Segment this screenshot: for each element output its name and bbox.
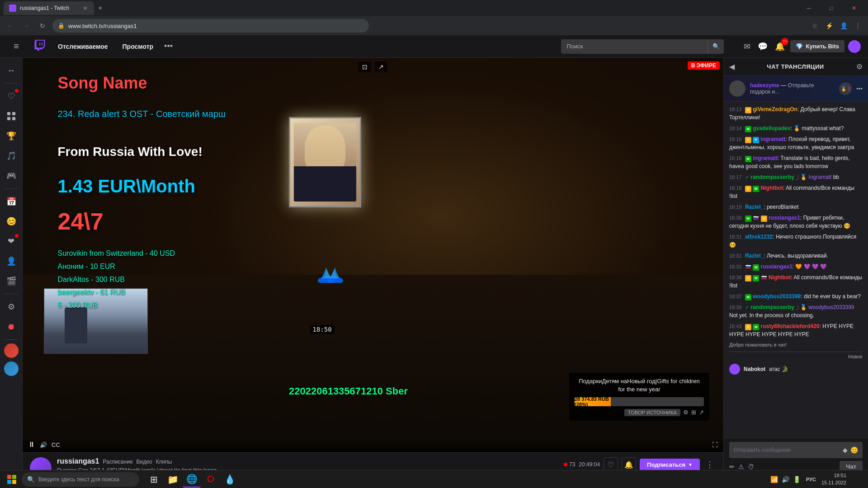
taskbar-icon-files[interactable]: 📁	[164, 471, 182, 488]
donation-title: ПодаркиДетям наНовый год|Gifts for child…	[575, 377, 704, 394]
refresh-btn[interactable]: ↻	[36, 19, 49, 32]
url-text: www.twitch.tv/russiangas1	[68, 23, 137, 29]
viewer-dot	[564, 463, 567, 466]
close-btn[interactable]: ✕	[844, 0, 864, 16]
chat-settings-btn[interactable]: ⚙	[856, 62, 863, 71]
taskbar-icon-steam[interactable]: 💧	[221, 471, 239, 488]
chat-points-icon[interactable]: ◆	[843, 446, 848, 454]
search-input[interactable]: Поиск	[561, 39, 708, 54]
taskbar-icons: ⊞ 📁 🌐 O 💧	[145, 471, 239, 488]
taskbar-search-icon: 🔍	[27, 476, 35, 483]
tab-close-btn[interactable]: ✕	[81, 5, 89, 12]
subscribe-btn[interactable]: Подписаться ▼	[640, 459, 700, 471]
notification-icon[interactable]: 🔔 7+	[773, 40, 787, 53]
taskbar-icon-edge[interactable]: 🌐	[183, 471, 201, 488]
new-tab-btn[interactable]: +	[94, 2, 107, 14]
chat-time-icon[interactable]: ⏱	[748, 463, 754, 470]
extension-icon[interactable]: ⚡	[823, 19, 835, 32]
sys-volume-icon[interactable]: 🔊	[782, 476, 789, 483]
sidebar-icon-games[interactable]: 🎮	[2, 167, 20, 185]
captions-btn[interactable]: CC	[52, 441, 60, 448]
theater-btn[interactable]: ↗	[375, 61, 387, 72]
taskbar-language[interactable]: РУС	[806, 477, 816, 482]
source-btn[interactable]: TOBOP ИСТОЧНИКА	[624, 409, 680, 416]
chat-emote-icon[interactable]: 😊	[850, 446, 858, 454]
pip-btn[interactable]: ⊡	[359, 61, 371, 72]
sidebar-icon-music[interactable]: 🎵	[2, 147, 20, 165]
sidebar-icon-collapse[interactable]: ↔	[2, 61, 20, 80]
back-btn[interactable]: ←	[4, 19, 16, 32]
left-sidebar: ↔ ♡ 🏆 🎵 🎮 📅 😊 ❤ 👤 🎬 ⚙ ⏺	[0, 58, 23, 488]
more-options-btn[interactable]: ⋮	[703, 458, 716, 471]
sidebar-divider-2	[5, 188, 18, 189]
donor-4: beergeektv - 61 RUB	[58, 286, 175, 299]
taskbar-search[interactable]: 🔍 Введите здесь текст для поиска	[22, 472, 139, 487]
sidebar-avatar-1[interactable]	[4, 343, 19, 358]
donor-1: Surovikin from Switzerland - 40 USD	[58, 247, 175, 260]
donation-bar-fill: 28 374.83 RUB (28%)	[575, 397, 611, 406]
nav-browse[interactable]: Просмотр	[119, 41, 157, 52]
chat-message-13: 18:37 M woodybus2033399: did he ever buy…	[729, 292, 863, 300]
twitch-logo	[34, 40, 45, 53]
chat-input-box[interactable]: Отправить сообщение ◆ 😊	[729, 442, 863, 458]
windows-icon	[7, 475, 16, 484]
user-avatar[interactable]	[848, 40, 861, 53]
sidebar-divider-4	[5, 339, 18, 340]
sidebar-icon-schedule[interactable]: 📅	[2, 192, 20, 211]
settings-dots-icon[interactable]: ⋮	[852, 19, 864, 32]
maximize-btn[interactable]: □	[821, 0, 842, 16]
taskbar: 🔍 Введите здесь текст для поиска ⊞ 📁 🌐 O…	[0, 470, 868, 488]
show-desktop-btn[interactable]	[852, 473, 864, 486]
stream-time: 20:49:04	[579, 461, 600, 468]
search-btn[interactable]: 🔍	[708, 39, 724, 54]
sidebar-toggle-btn[interactable]: ≡	[7, 38, 25, 56]
donation-share-icon[interactable]: ↗	[699, 409, 704, 416]
sidebar-icon-browse[interactable]	[2, 107, 20, 125]
sidebar-icon-esports[interactable]: 🏆	[2, 127, 20, 145]
chat-pencil-icon[interactable]: ✏	[729, 463, 735, 470]
streamer-name[interactable]: russiangas1	[57, 457, 99, 465]
sidebar-icon-settings[interactable]: ⚙	[2, 298, 20, 316]
taskbar-icon-tasks[interactable]: ⊞	[145, 471, 163, 488]
play-pause-btn[interactable]: ⏸	[28, 441, 35, 449]
donation-copy-icon[interactable]: ⊞	[691, 409, 696, 416]
sidebar-icon-video[interactable]: 🎬	[2, 272, 20, 290]
donation-settings-icon[interactable]: ⚙	[683, 409, 689, 416]
bits-btn[interactable]: 💎 Купить Bits	[790, 40, 844, 52]
live-badge: В ЭФИРЕ	[688, 61, 720, 70]
video-player[interactable]: 18:50 Song Name 234. Reda alert 3 OST - …	[23, 58, 723, 452]
volume-icon[interactable]: 🔊	[40, 441, 47, 448]
clips-link[interactable]: Клипы	[156, 459, 172, 465]
nav-more-btn[interactable]: •••	[164, 42, 173, 51]
tab-favicon	[9, 5, 16, 12]
start-btn[interactable]	[4, 471, 20, 488]
badge-mod: M	[745, 126, 751, 132]
active-tab[interactable]: russiangas1 - Twitch ✕	[4, 1, 94, 15]
bottom-user-badge: атас 🐊	[769, 366, 788, 372]
taskbar-icon-opera[interactable]: O	[202, 471, 220, 488]
sidebar-icon-record[interactable]: ⏺	[2, 318, 20, 336]
bookmark-icon[interactable]: ☆	[808, 19, 821, 32]
schedule-link[interactable]: Расписание	[103, 459, 132, 465]
chat-collapse-btn[interactable]: ◀	[729, 62, 735, 71]
minimize-btn[interactable]: ─	[798, 0, 819, 16]
sidebar-icon-heart[interactable]: ❤	[2, 232, 20, 250]
inbox-icon[interactable]: ✉	[742, 40, 752, 53]
video-link[interactable]: Видео	[137, 459, 152, 465]
sys-battery-icon[interactable]: 🔋	[793, 476, 801, 483]
fullscreen-btn[interactable]: ⛶	[712, 441, 718, 448]
sidebar-icon-following[interactable]: ♡	[2, 87, 20, 105]
profile-icon[interactable]: 👤	[837, 19, 850, 32]
nav-following[interactable]: Отслеживаемое	[54, 41, 112, 52]
gift-dots-btn[interactable]: •••	[856, 85, 863, 92]
sidebar-icon-person[interactable]: 👤	[2, 252, 20, 270]
chat-icon[interactable]: 💬	[756, 40, 769, 53]
chat-alert-icon[interactable]: ⚠	[738, 463, 744, 470]
sys-network-icon[interactable]: 📶	[770, 476, 778, 483]
sidebar-icon-face[interactable]: 😊	[2, 212, 20, 230]
sidebar-avatar-2[interactable]	[4, 361, 19, 376]
putin-portrait	[289, 117, 361, 207]
url-field[interactable]: 🔒 www.twitch.tv/russiangas1	[52, 19, 369, 33]
forward-btn[interactable]: →	[20, 19, 33, 32]
search-container: Поиск 🔍	[561, 39, 724, 54]
